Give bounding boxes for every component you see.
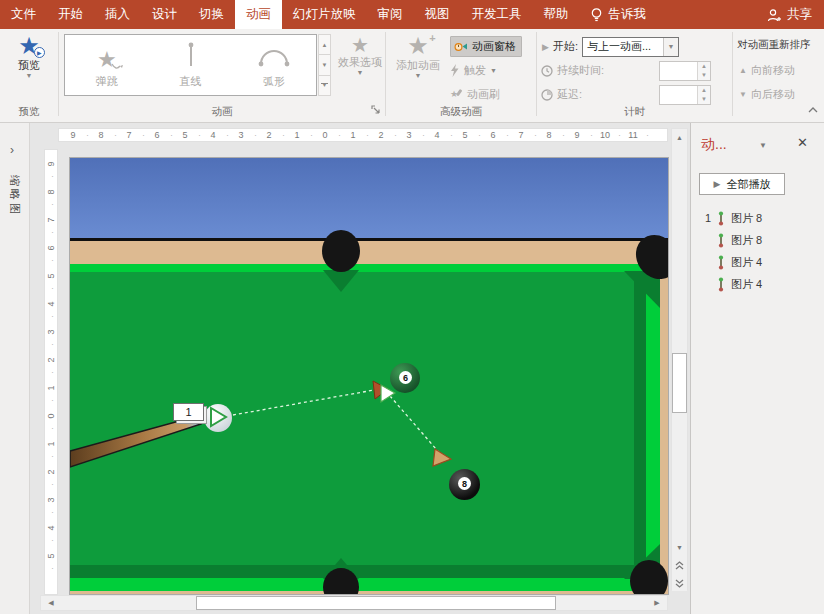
lightbulb-icon (590, 7, 603, 22)
motion-path-2[interactable] (390, 396, 443, 457)
horizontal-ruler: 98765432101234567891011 (58, 128, 668, 142)
animation-item-label: 图片 4 (731, 255, 762, 270)
preview-button[interactable]: ★ ▶ 预览 ▼ (8, 34, 50, 79)
tell-me[interactable]: 告诉我 (590, 0, 647, 29)
move-later-button: ▼ 向后移动 (739, 84, 795, 105)
motion-path-end-arrow[interactable] (433, 449, 451, 466)
ruler-number: 8 (45, 178, 57, 206)
animation-list-item[interactable]: 图片 4 (691, 251, 824, 273)
ruler-number: 8 (87, 129, 115, 141)
group-label-animation: 动画 (59, 105, 385, 119)
ruler-number: 3 (45, 486, 57, 514)
animation-painter-icon: ★ (450, 88, 463, 101)
ribbon-tab[interactable]: 插入 (94, 0, 141, 29)
animation-list-item[interactable]: 1 图片 8 (691, 207, 824, 229)
ruler-number: 6 (45, 234, 57, 262)
ribbon-tab[interactable]: 切换 (188, 0, 235, 29)
vertical-scroll-thumb[interactable] (672, 353, 687, 413)
ruler-number: 5 (45, 542, 57, 570)
share-button[interactable]: 共享 (767, 0, 812, 29)
horizontal-scrollbar[interactable]: ◀ ▶ (40, 595, 668, 611)
gallery-scroll-down[interactable]: ▼ (318, 55, 331, 75)
collapse-ribbon-icon[interactable] (808, 102, 818, 116)
ribbon-tab[interactable]: 开始 (47, 0, 94, 29)
next-slide-button[interactable] (672, 575, 687, 591)
add-animation-button: ★ + 添加动画 ▼ (390, 34, 446, 79)
delay-label: 延迟: (557, 87, 582, 102)
ribbon-tab[interactable]: 文件 (0, 0, 47, 29)
scroll-right-button[interactable]: ▶ (649, 596, 665, 610)
ruler-number: 8 (535, 129, 563, 141)
pocket-bottom-right (630, 560, 668, 594)
duration-spinner: ▲▼ (659, 61, 711, 81)
chevron-down-icon: ▼ (415, 73, 422, 79)
play-all-button[interactable]: ▶ 全部播放 (699, 173, 785, 195)
chevron-down-icon[interactable]: ▼ (759, 141, 767, 150)
animation-order-badge[interactable]: 1 (173, 403, 204, 421)
spin-down-icon: ▼ (698, 71, 710, 80)
tell-me-label: 告诉我 (609, 6, 647, 23)
motion-path-1[interactable] (233, 389, 380, 415)
animation-list-item[interactable]: 图片 8 (691, 229, 824, 251)
gallery-scroll-up[interactable]: ▲ (318, 34, 331, 55)
trigger-button: 触发 ▼ (450, 60, 497, 81)
horizontal-scroll-thumb[interactable] (196, 596, 556, 610)
ruler-number: 1 (45, 430, 57, 458)
chevron-down-icon: ▼ (357, 70, 364, 76)
ruler-number: 7 (115, 129, 143, 141)
ball-six-number: 6 (399, 371, 412, 384)
ball-eight-number: 8 (458, 477, 471, 490)
motion-path-play-marker[interactable] (208, 405, 230, 429)
gallery-scrollbar: ▲ ▼ ▼ (318, 34, 331, 96)
group-label-advanced: 高级动画 (386, 105, 536, 119)
ball-eight[interactable]: 8 (449, 469, 480, 500)
effect-options-star-icon: ★ (351, 35, 369, 55)
start-dropdown[interactable]: 与上一动画... ▼ (582, 37, 679, 57)
thumbnail-panel-collapsed[interactable]: › 缩略图 (0, 123, 30, 614)
ruler-number: 9 (59, 129, 87, 141)
animation-pane-button[interactable]: 动画窗格 (450, 36, 522, 57)
previous-slide-button[interactable] (672, 557, 687, 573)
motion-path-icon (717, 255, 725, 270)
animation-pane-title: 动... (701, 136, 727, 154)
animation-pane: 动... ▼ ✕ ▶ 全部播放 1 图片 8 图片 8 (690, 123, 824, 614)
move-earlier-label: 向前移动 (751, 63, 795, 78)
ruler-number: 2 (367, 129, 395, 141)
start-play-icon: ▶ (542, 42, 549, 52)
group-animation: ★ 弹跳 直线 弧形 ▲ ▼ ▼ ★ (59, 29, 385, 122)
chevron-down-icon[interactable]: ▼ (663, 38, 678, 56)
scroll-down-button[interactable]: ▼ (672, 539, 687, 555)
ruler-number: 2 (45, 458, 57, 486)
ruler-number: 1 (339, 129, 367, 141)
close-icon[interactable]: ✕ (797, 135, 808, 150)
play-badge-icon: ▶ (34, 47, 45, 58)
effect-options-label: 效果选项 (338, 55, 382, 70)
scroll-left-button[interactable]: ◀ (43, 596, 59, 610)
vertical-scrollbar[interactable]: ▲ ▼ (671, 128, 688, 590)
duration-clock-icon (541, 65, 553, 77)
ribbon-tab[interactable]: 视图 (414, 0, 461, 29)
ribbon-tab[interactable]: 开发工具 (461, 0, 533, 29)
lightning-icon (450, 64, 460, 77)
ball-six[interactable]: 6 (390, 363, 420, 393)
ribbon-tab[interactable]: 设计 (141, 0, 188, 29)
slide-canvas[interactable]: 6 8 1 (70, 158, 668, 594)
play-all-label: 全部播放 (726, 177, 770, 192)
ribbon-tab[interactable]: 幻灯片放映 (282, 0, 367, 29)
vertical-ruler: 987654321012345 (44, 149, 58, 595)
gallery-item-label: 弹跳 (96, 74, 118, 89)
ribbon-tab[interactable]: 动画 (235, 0, 282, 29)
preview-label: 预览 (18, 58, 40, 73)
scroll-up-button[interactable]: ▲ (672, 129, 687, 145)
gallery-item-line: 直线 (149, 35, 233, 95)
spin-up-icon: ▲ (698, 62, 710, 71)
ruler-number: 4 (199, 129, 227, 141)
animation-list-item[interactable]: 图片 4 (691, 273, 824, 295)
gallery-more-button[interactable]: ▼ (318, 76, 331, 96)
gallery-item-bounce: ★ 弹跳 (65, 35, 149, 95)
ribbon-tab[interactable]: 审阅 (367, 0, 414, 29)
start-label: 开始: (553, 39, 578, 54)
share-label: 共享 (787, 6, 812, 23)
ribbon-tab[interactable]: 帮助 (533, 0, 580, 29)
cue-stick[interactable] (70, 415, 201, 467)
